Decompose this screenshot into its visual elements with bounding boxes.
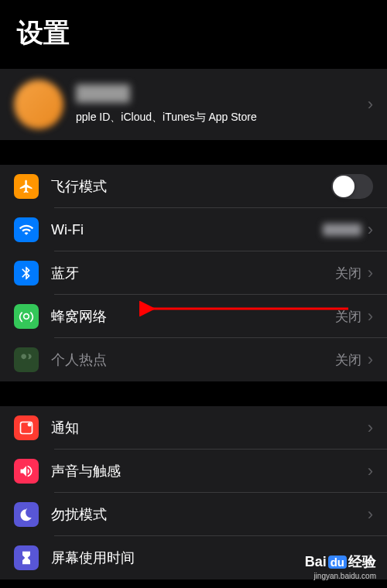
airplane-label: 飞行模式 (51, 177, 331, 196)
profile-subtitle: pple ID、iCloud、iTunes与 App Store (76, 111, 368, 125)
cellular-value: 关闭 (335, 308, 361, 326)
bluetooth-value: 关闭 (335, 265, 361, 282)
dnd-row[interactable]: 勿扰模式 › (0, 493, 387, 536)
chevron-right-icon: › (368, 463, 373, 480)
watermark-mid: du (328, 556, 347, 569)
dnd-icon (14, 502, 39, 527)
cellular-row[interactable]: 蜂窝网络 关闭 › (0, 295, 387, 338)
svg-point-1 (28, 422, 32, 426)
profile-name-blurred (76, 84, 130, 103)
notifications-icon (14, 415, 39, 440)
chevron-right-icon: › (368, 351, 373, 368)
hotspot-icon (14, 347, 39, 372)
connectivity-section: 飞行模式 Wi-Fi › 蓝牙 关闭 › 蜂窝网络 关闭 › 个人热点 关闭 (0, 165, 387, 381)
watermark: Baidu经验 jingyan.baidu.com (305, 552, 376, 580)
profile-section: pple ID、iCloud、iTunes与 App Store › (0, 69, 387, 140)
screentime-icon (14, 545, 39, 570)
notifications-row[interactable]: 通知 › (0, 406, 387, 450)
wifi-label: Wi-Fi (51, 222, 323, 238)
watermark-url: jingyan.baidu.com (305, 572, 376, 580)
cellular-icon (14, 304, 39, 329)
chevron-right-icon: › (368, 506, 373, 523)
chevron-right-icon: › (368, 308, 373, 325)
watermark-suffix: 经验 (348, 554, 376, 569)
wifi-value-blurred (323, 224, 361, 236)
hotspot-row[interactable]: 个人热点 关闭 › (0, 338, 387, 381)
hotspot-value: 关闭 (335, 351, 361, 369)
wifi-icon (14, 217, 39, 242)
avatar (14, 80, 63, 129)
chevron-right-icon: › (368, 419, 373, 436)
airplane-mode-row[interactable]: 飞行模式 (0, 165, 387, 208)
sounds-icon (14, 459, 39, 484)
wifi-row[interactable]: Wi-Fi › (0, 208, 387, 251)
chevron-right-icon: › (368, 221, 373, 238)
chevron-right-icon: › (368, 265, 373, 282)
page-title: 设置 (17, 15, 370, 51)
bluetooth-row[interactable]: 蓝牙 关闭 › (0, 251, 387, 295)
bluetooth-icon (14, 261, 39, 285)
airplane-toggle[interactable] (331, 174, 373, 199)
header: 设置 (0, 0, 387, 63)
profile-text: pple ID、iCloud、iTunes与 App Store (76, 84, 368, 125)
toggle-knob (333, 176, 354, 197)
airplane-icon (14, 174, 39, 199)
watermark-logo: Baidu经验 (305, 552, 376, 571)
bluetooth-label: 蓝牙 (51, 264, 335, 282)
notifications-label: 通知 (51, 419, 368, 437)
chevron-right-icon: › (368, 96, 373, 113)
cellular-label: 蜂窝网络 (51, 307, 335, 326)
sounds-label: 声音与触感 (51, 462, 368, 480)
dnd-label: 勿扰模式 (51, 505, 368, 524)
sounds-row[interactable]: 声音与触感 › (0, 450, 387, 493)
watermark-prefix: Bai (305, 554, 327, 569)
hotspot-label: 个人热点 (51, 350, 335, 369)
apple-id-row[interactable]: pple ID、iCloud、iTunes与 App Store › (0, 69, 387, 140)
